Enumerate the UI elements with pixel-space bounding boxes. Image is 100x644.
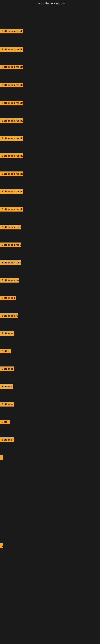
bottleneck-result-item[interactable]: Bottleneck result (0, 47, 23, 52)
bottleneck-result-item[interactable]: Bottleneck result (0, 83, 23, 87)
bottleneck-result-item[interactable]: Bottleneck result (0, 225, 21, 230)
bottleneck-result-item[interactable]: Bottleneck result (0, 29, 23, 34)
bottleneck-result-item[interactable]: Bottleneck result (0, 100, 23, 105)
bottleneck-result-item[interactable]: Bottlenec (0, 366, 14, 371)
bottleneck-result-item[interactable]: Bottleneck result (0, 172, 23, 176)
bottleneck-result-item[interactable]: Bottleneck result (0, 118, 23, 123)
bottleneck-result-item[interactable]: Bottleneck result (0, 207, 23, 212)
bottleneck-result-item[interactable]: Bottleneck result (0, 64, 23, 69)
bottleneck-result-item[interactable]: Bottleneck result (0, 136, 23, 141)
bottleneck-result-item[interactable]: Bottlene (0, 384, 13, 389)
bottleneck-result-item[interactable]: Bottleneck result (0, 242, 21, 247)
bottleneck-result-item[interactable]: Bottleneck resu (0, 278, 19, 282)
bottleneck-result-item[interactable]: Bottleneck result (0, 153, 23, 158)
bottleneck-result-item[interactable]: Bottleneck (0, 402, 14, 406)
bottleneck-result-item[interactable]: Bottleneck re (0, 313, 18, 318)
bottleneck-result-item[interactable]: Bott (0, 420, 10, 424)
site-title: TheBottlenecker.com (0, 0, 100, 8)
bottleneck-result-item[interactable]: Bottleneck (0, 296, 16, 300)
bottleneck-result-item[interactable]: Bottleneck result (0, 189, 23, 194)
bottleneck-result-item[interactable]: Bottle (0, 349, 11, 354)
bottleneck-result-item[interactable]: Bottlene (0, 437, 14, 442)
bottleneck-result-item[interactable]: B (0, 544, 3, 548)
bottleneck-result-item[interactable]: Bottleneck result (0, 260, 21, 265)
bottleneck-result-item[interactable]: Bottlenec (0, 331, 14, 336)
bottleneck-result-item[interactable]: | (0, 455, 3, 460)
